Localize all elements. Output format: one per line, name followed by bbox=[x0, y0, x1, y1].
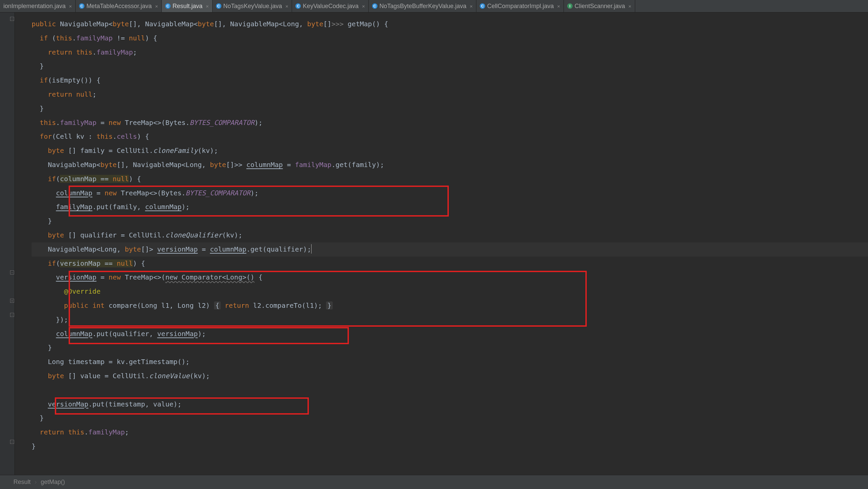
code-line: byte [] qualifier = CellUtil.cloneQualif… bbox=[32, 231, 242, 239]
code-line: if(isEmpty()) { bbox=[32, 76, 101, 84]
editor-tab[interactable]: CCellComparatorImpl.java× bbox=[476, 0, 564, 12]
class-icon: C bbox=[296, 3, 301, 9]
close-icon[interactable]: × bbox=[557, 3, 560, 9]
file-label: NoTagsByteBufferKeyValue.java bbox=[379, 3, 467, 10]
code-line: if(versionMap == null) { bbox=[32, 259, 145, 267]
breadcrumb-bar: Result › getMap() bbox=[0, 475, 868, 489]
code-line: } bbox=[32, 442, 36, 450]
editor-tab[interactable]: CNoTagsByteBufferKeyValue.java× bbox=[369, 0, 476, 12]
class-icon: C bbox=[165, 3, 170, 9]
file-label: NoTagsKeyValue.java bbox=[223, 3, 282, 10]
code-line bbox=[32, 386, 36, 394]
class-icon: C bbox=[79, 3, 85, 9]
code-line: public NavigableMap<byte[], NavigableMap… bbox=[32, 20, 388, 28]
chevron-right-icon: › bbox=[35, 479, 37, 486]
code-line: return this.familyMap; bbox=[32, 48, 137, 56]
file-label: ClientScanner.java bbox=[575, 3, 625, 10]
class-icon: C bbox=[480, 3, 485, 9]
code-line: }); bbox=[32, 316, 68, 324]
editor-tab[interactable]: IClientScanner.java× bbox=[564, 0, 635, 12]
breadcrumb-method[interactable]: getMap() bbox=[41, 479, 65, 486]
class-icon: C bbox=[372, 3, 377, 9]
code-line: return this.familyMap; bbox=[32, 428, 129, 436]
file-label: Result.java bbox=[173, 3, 203, 10]
file-label: KeyValueCodec.java bbox=[303, 3, 359, 10]
class-icon: C bbox=[216, 3, 221, 9]
close-icon[interactable]: × bbox=[285, 3, 288, 9]
code-line: } bbox=[32, 217, 52, 225]
code-line: NavigableMap<byte[], NavigableMap<Long, … bbox=[32, 161, 384, 169]
code-line: } bbox=[32, 344, 52, 352]
code-line: Long timestamp = kv.getTimestamp(); bbox=[32, 358, 190, 366]
close-icon[interactable]: × bbox=[628, 3, 631, 9]
fold-mark-icon[interactable]: − bbox=[10, 440, 14, 444]
editor-tab[interactable]: CMetaTableAccessor.java× bbox=[76, 0, 162, 12]
close-icon[interactable]: × bbox=[206, 3, 209, 9]
close-icon[interactable]: × bbox=[362, 3, 365, 9]
code-line: } bbox=[32, 105, 44, 113]
code-line: public int compare(Long l1, Long l2) { r… bbox=[32, 301, 333, 310]
file-label: MetaTableAccessor.java bbox=[87, 3, 152, 10]
code-line: familyMap.put(family, columnMap); bbox=[32, 203, 190, 211]
code-line: } bbox=[32, 62, 44, 70]
editor-tab[interactable]: CKeyValueCodec.java× bbox=[292, 0, 369, 12]
fold-mark-icon[interactable]: − bbox=[10, 313, 14, 317]
editor-tab-active[interactable]: CResult.java× bbox=[162, 0, 213, 12]
close-icon[interactable]: × bbox=[69, 3, 72, 9]
file-label: CellComparatorImpl.java bbox=[487, 3, 554, 10]
code-line: } bbox=[32, 414, 44, 422]
code-line: byte [] family = CellUtil.cloneFamily(kv… bbox=[32, 146, 218, 154]
code-line: versionMap.put(timestamp, value); bbox=[32, 400, 182, 408]
code-line: @Override bbox=[32, 287, 101, 295]
text-caret bbox=[311, 244, 312, 254]
code-line: versionMap = new TreeMap<>(new Comparato… bbox=[32, 273, 262, 281]
breadcrumb-class[interactable]: Result bbox=[13, 479, 31, 486]
editor-tab[interactable]: CNoTagsKeyValue.java× bbox=[213, 0, 292, 12]
editor-tab[interactable]: ionImplementation.java× bbox=[0, 0, 76, 12]
fold-mark-icon[interactable]: − bbox=[10, 17, 14, 21]
file-label: ionImplementation.java bbox=[3, 3, 66, 10]
close-icon[interactable]: × bbox=[470, 3, 473, 9]
code-line: NavigableMap<Long, byte[]> versionMap = … bbox=[32, 242, 868, 257]
code-line: return null; bbox=[32, 90, 97, 98]
fold-mark-icon[interactable]: − bbox=[10, 270, 14, 275]
code-line: for(Cell kv : this.cells) { bbox=[32, 132, 149, 140]
code-editor[interactable]: public NavigableMap<byte[], NavigableMap… bbox=[15, 12, 868, 475]
code-line: if(columnMap == null) { bbox=[32, 175, 141, 183]
code-line: columnMap = new TreeMap<>(Bytes.BYTES_CO… bbox=[32, 189, 258, 197]
interface-icon: I bbox=[567, 3, 572, 9]
code-line: columnMap.put(qualifier, versionMap); bbox=[32, 330, 206, 338]
fold-mark-icon[interactable]: + bbox=[10, 299, 14, 303]
editor-tab-bar: ionImplementation.java× CMetaTableAccess… bbox=[0, 0, 868, 12]
code-line: if (this.familyMap != null) { bbox=[32, 34, 157, 42]
editor-gutter: − − + − − bbox=[0, 12, 15, 475]
close-icon[interactable]: × bbox=[155, 3, 158, 9]
code-line: byte [] value = CellUtil.cloneValue(kv); bbox=[32, 372, 210, 380]
code-line: this.familyMap = new TreeMap<>(Bytes.BYT… bbox=[32, 119, 262, 126]
